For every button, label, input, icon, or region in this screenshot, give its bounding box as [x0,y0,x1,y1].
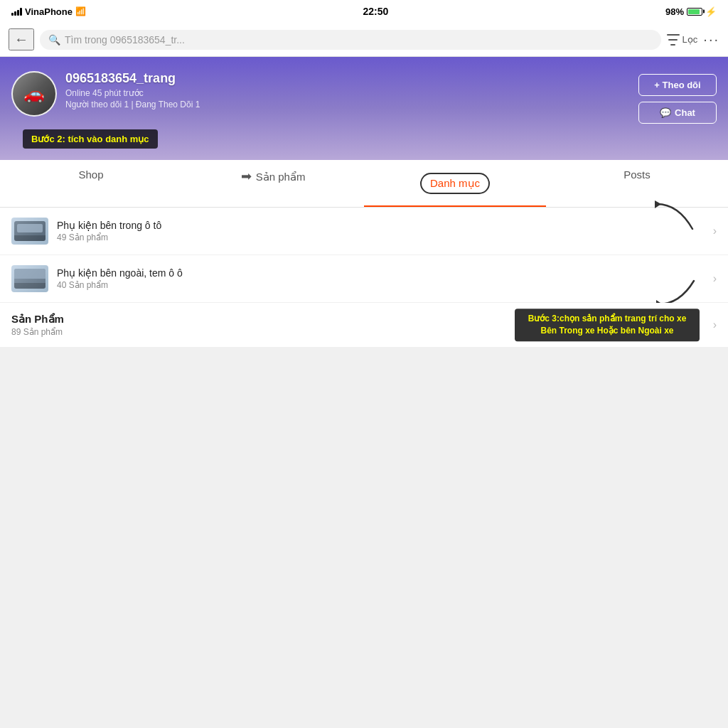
tabs-bar: Shop ➡ Sản phẩm Danh mục Posts [0,160,728,208]
clock: 22:50 [363,6,389,17]
category-name-exterior: Phụ kiện bên ngoài, tem ô ô [57,267,713,279]
tab-posts-label: Posts [623,168,651,181]
profile-info: 🚗 0965183654_trang Online 45 phút trước … [11,71,717,124]
car-icon [14,221,46,241]
filter-icon [667,34,680,46]
status-bar: VinaPhone 📶 22:50 98% ⚡ [0,0,728,23]
chat-label: Chat [675,107,695,118]
category-list: Phụ kiện bên trong ô tô 49 Sản phẩm › Ph… [0,208,728,348]
arrow-annotation-1 [650,197,707,232]
avatar-image: 🚗 [13,73,55,115]
profile-details: 0965183654_trang Online 45 phút trước Ng… [65,71,630,109]
category-item-exterior[interactable]: Phụ kiện bên ngoài, tem ô ô 40 Sản phẩm … [0,255,728,303]
tab-san-pham[interactable]: ➡ Sản phẩm [182,160,364,207]
tab-shop-label: Shop [78,168,103,181]
profile-followers: Người theo dõi 1 | Đang Theo Dõi 1 [65,100,630,109]
category-count-exterior: 40 Sản phẩm [57,280,713,290]
status-left: VinaPhone 📶 [11,6,86,17]
profile-status: Online 45 phút trước [65,88,630,98]
san-pham-section[interactable]: Sản Phẩm 89 Sản phẩm Bước 3:chọn sản phẩ… [0,303,728,348]
search-bar: ← 🔍 Tìm trong 0965183654_tr... Lọc ··· [0,23,728,57]
wifi-icon: 📶 [75,6,86,16]
carrier-label: VinaPhone [25,6,73,17]
charging-icon: ⚡ [705,6,717,17]
chevron-right-icon-3: › [713,318,717,331]
battery-pct: 98% [665,6,684,17]
chat-button[interactable]: 💬 Chat [638,102,717,124]
profile-name: 0965183654_trang [65,71,630,86]
tab-san-pham-label: Sản phẩm [256,171,306,183]
step3-annotation: Bước 3:chọn sản phẩm trang trí cho xe Bê… [515,309,700,341]
category-image-exterior [11,265,48,292]
follow-button[interactable]: + Theo dõi [638,74,717,96]
filter-button[interactable]: Lọc [667,34,698,46]
svg-marker-0 [655,200,661,208]
back-button[interactable]: ← [9,28,34,50]
signal-icon [11,7,22,16]
search-icon: 🔍 [48,34,60,46]
status-right: 98% ⚡ [665,6,717,17]
category-image-interior [11,218,48,245]
search-input[interactable]: Tìm trong 0965183654_tr... [65,34,185,46]
more-button[interactable]: ··· [703,31,719,48]
category-count-interior: 49 Sản phẩm [57,232,713,242]
empty-area [0,348,728,618]
car-covered-icon [14,269,46,289]
filter-label: Lọc [682,34,698,45]
tab-danh-muc-label: Danh mục [420,173,490,194]
battery-icon [687,8,702,16]
profile-banner: 🚗 0965183654_trang Online 45 phút trước … [0,57,728,160]
step2-annotation: Bước 2: tích vào danh mục [23,129,158,149]
category-name-interior: Phụ kiện bên trong ô tô [57,220,713,231]
chat-icon: 💬 [660,107,671,118]
category-item-interior[interactable]: Phụ kiện bên trong ô tô 49 Sản phẩm › [0,208,728,255]
chevron-right-icon-2: › [713,272,717,285]
chevron-right-icon: › [713,225,717,237]
tab-shop[interactable]: Shop [0,160,182,207]
category-info-interior: Phụ kiện bên trong ô tô 49 Sản phẩm [57,220,713,242]
profile-actions: + Theo dõi 💬 Chat [638,74,717,124]
avatar: 🚗 [11,71,57,117]
tab-danh-muc[interactable]: Danh mục [364,160,546,207]
tab-arrow-right: ➡ [241,169,252,183]
search-input-box[interactable]: 🔍 Tìm trong 0965183654_tr... [40,30,661,50]
category-info-exterior: Phụ kiện bên ngoài, tem ô ô 40 Sản phẩm [57,267,713,290]
